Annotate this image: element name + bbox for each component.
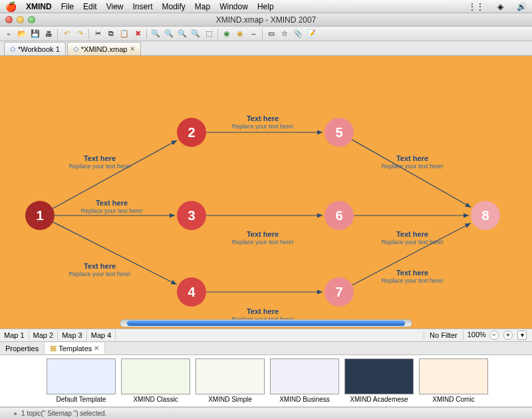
diagram-node-2[interactable]: 2 [177,118,206,147]
filter-label[interactable]: No Filter [424,331,463,339]
status-bullet-icon: ● [13,410,17,417]
template-thumb [121,358,190,394]
doctab-workbook1[interactable]: ◇ *Workbook 1 [4,42,66,55]
attachment-button[interactable]: 📎 [292,28,304,40]
diagram-node-5[interactable]: 5 [325,118,354,147]
maptab-2[interactable]: Map 2 [29,330,59,341]
template-label: XMIND Comic [419,396,488,403]
relationship-button[interactable]: → [247,28,259,40]
template-thumb [270,358,339,394]
document-tabs: ◇ *Workbook 1 ◇ *XMIND.xmap ✕ [0,41,532,56]
menu-help[interactable]: Help [257,2,274,11]
cut-button[interactable]: ✂ [92,28,104,40]
svg-line-2 [53,222,177,285]
save-button[interactable]: 💾 [29,28,41,40]
paneltab-properties[interactable]: Properties [0,343,45,354]
template-label: XMIND Simple [196,396,265,403]
zoom-out-button[interactable]: 🔍 [150,28,162,40]
copy-button[interactable]: ⧉ [105,28,117,40]
zoom-in-icon[interactable]: + [503,331,513,340]
window-titlebar: XMIND.xmap - XMIND 2007 [0,13,532,27]
diagram-node-3[interactable]: 3 [177,201,206,230]
print-button[interactable]: 🖶 [43,28,55,40]
template-label: XMIND Classic [121,396,190,403]
menu-file[interactable]: File [61,2,74,11]
window-title: XMIND.xmap - XMIND 2007 [0,15,532,25]
menu-insert[interactable]: Insert [133,2,153,11]
svg-line-6 [352,140,471,208]
doctab-label: *Workbook 1 [18,45,60,53]
paste-button[interactable]: 📋 [118,28,130,40]
undo-button[interactable]: ↶ [61,28,72,40]
mac-menubar: 🍎 XMIND File Edit View Insert Modify Map… [0,0,532,13]
volume-icon[interactable]: 🔊 [517,2,527,11]
maptab-4[interactable]: Map 4 [87,330,116,341]
toolbar: ▫ 📂 💾 🖶 ↶ ↷ ✂ ⧉ 📋 ✖ 🔍 🔍 🔍 🔍 ⬚ ◉ ◉ → ▭ ☆ … [0,27,532,41]
zoom-controls: 100% − + ▾ [463,331,532,340]
zoom-fit-button[interactable]: 🔍 [190,28,201,40]
template-thumb [344,358,414,394]
horizontal-scrollbar[interactable] [120,319,412,327]
svg-line-0 [53,140,177,208]
template-item[interactable]: XMIND Comic [419,358,488,403]
maptab-1[interactable]: Map 1 [0,330,29,341]
zoom-value: 100% [467,331,486,339]
delete-button[interactable]: ✖ [132,28,144,40]
note-button[interactable]: 📝 [305,28,317,40]
template-item[interactable]: XMIND Academese [344,358,414,403]
diagram-node-1[interactable]: 1 [25,201,55,230]
diagram-node-4[interactable]: 4 [177,277,206,307]
maptab-3[interactable]: Map 3 [58,330,87,341]
templates-strip: Default TemplateXMIND ClassicXMIND Simpl… [0,355,532,407]
template-item[interactable]: XMIND Business [270,358,339,403]
close-icon[interactable]: ✕ [130,45,135,53]
subtopic-button[interactable]: ◉ [234,28,246,40]
marker-button[interactable]: ☆ [279,28,291,40]
menu-modify[interactable]: Modify [162,2,186,11]
menu-window[interactable]: Window [219,2,248,11]
menu-view[interactable]: View [106,2,124,11]
template-item[interactable]: Default Template [47,358,116,403]
template-item[interactable]: XMIND Classic [121,358,190,403]
zoom-menu-icon[interactable]: ▾ [517,331,527,340]
zoom-in-button[interactable]: 🔍 [163,28,175,40]
menu-edit[interactable]: Edit [83,2,97,11]
close-icon[interactable]: ✕ [94,345,99,352]
status-bar: ● 1 topic(" Sitemap ") selected. [0,407,532,419]
canvas-area[interactable]: Text hereReplace your text here!Text her… [0,56,532,329]
zoom-out-icon[interactable]: − [489,331,499,340]
template-thumb [419,358,488,394]
svg-line-8 [352,223,470,285]
menu-map[interactable]: Map [195,2,210,11]
diagram-node-7[interactable]: 7 [325,277,354,307]
template-label: Default Template [47,396,116,403]
doctab-label: *XMIND.xmap [81,45,128,53]
status-text: 1 topic(" Sitemap ") selected. [21,410,106,417]
bottom-panel-tabs: Properties ▦ Templates ✕ [0,342,532,355]
redo-button[interactable]: ↷ [74,28,86,40]
topic-button[interactable]: ◉ [221,28,233,40]
diagram-node-6[interactable]: 6 [325,201,354,230]
zoom-select-button[interactable]: ⬚ [203,28,215,40]
template-item[interactable]: XMIND Simple [196,358,265,403]
app-name[interactable]: XMIND [26,2,52,11]
paneltab-templates[interactable]: ▦ Templates ✕ [45,343,105,354]
template-label: XMIND Business [270,396,339,403]
template-thumb [196,358,265,394]
doctab-xmind-xmap[interactable]: ◇ *XMIND.xmap ✕ [67,42,142,55]
map-tabs-row: Map 1 Map 2 Map 3 Map 4 No Filter 100% −… [0,329,532,342]
template-thumb [47,358,116,394]
boundary-button[interactable]: ▭ [265,28,277,40]
bluetooth-icon[interactable]: ⋮⋮ [468,2,484,11]
open-button[interactable]: 📂 [16,28,28,40]
apple-icon[interactable]: 🍎 [5,1,17,12]
zoom-actual-button[interactable]: 🔍 [176,28,188,40]
template-label: XMIND Academese [344,396,414,403]
diagram-node-8[interactable]: 8 [471,201,500,230]
new-button[interactable]: ▫ [3,28,15,40]
wifi-icon[interactable]: ◈ [497,2,503,11]
